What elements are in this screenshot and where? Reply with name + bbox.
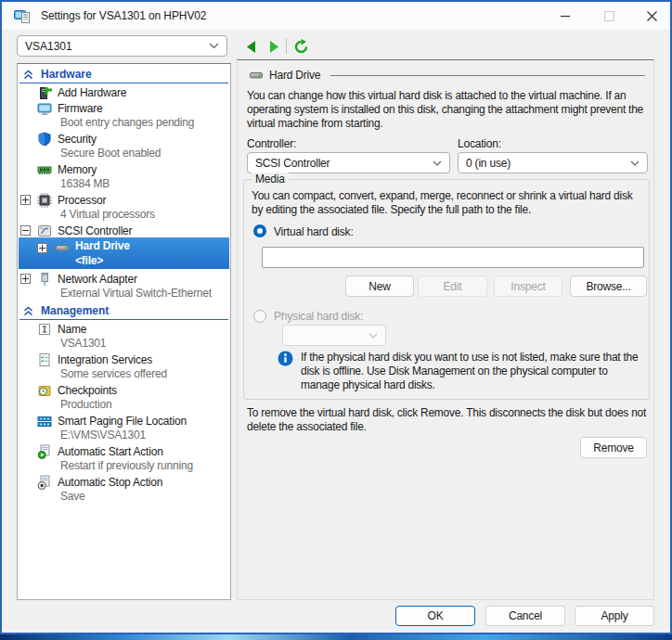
physical-disk-dropdown	[282, 325, 386, 346]
virtual-hard-disk-radio-label: Virtual hard disk:	[274, 225, 354, 238]
location-dropdown[interactable]: 0 (in use)	[458, 152, 648, 173]
ok-button[interactable]: OK	[395, 606, 475, 626]
collapse-section-icon	[23, 70, 33, 80]
edit-button: Edit	[418, 275, 487, 297]
panel-title: Hard Drive	[269, 69, 320, 82]
sidebar-item-checkpoints[interactable]: Checkpoints	[18, 383, 230, 399]
browse-button[interactable]: Browse...	[570, 275, 647, 297]
hard-drive-icon	[55, 240, 70, 255]
chevron-down-icon	[209, 43, 219, 49]
sidebar-item-name[interactable]: Name	[18, 322, 230, 338]
item-label: SCSI Controller	[58, 224, 132, 237]
collapse-section-icon	[23, 306, 33, 316]
info-icon	[278, 351, 293, 366]
sidebar-item-memory[interactable]: Memory	[18, 162, 230, 178]
navigate-forward-button[interactable]	[265, 38, 282, 55]
panel-intro-text: You can change how this virtual hard dis…	[247, 89, 652, 131]
remove-description-text: To remove the virtual hard disk, click R…	[247, 406, 650, 434]
item-label: Add Hardware	[58, 86, 126, 99]
add-hardware-icon	[37, 85, 52, 100]
scsi-controller-icon	[37, 224, 52, 238]
item-subtext: Restart if previously running	[60, 459, 230, 473]
minimize-icon	[561, 11, 571, 21]
item-subtext: Boot entry changes pending	[60, 116, 230, 130]
item-subtext: VSA1301	[60, 337, 230, 351]
cancel-button[interactable]: Cancel	[485, 606, 565, 626]
physical-hard-disk-radio	[253, 310, 266, 323]
navigate-back-button[interactable]	[242, 38, 259, 55]
vm-selector-dropdown[interactable]: VSA1301	[17, 35, 227, 57]
window-title: Settings for VSA1301 on HPHV02	[41, 9, 206, 22]
sidebar-item-add-hardware[interactable]: Add Hardware	[18, 85, 230, 101]
minimize-button[interactable]	[551, 6, 579, 26]
location-value: 0 (in use)	[466, 157, 630, 170]
smart-paging-icon	[37, 414, 52, 429]
expand-icon[interactable]	[37, 243, 47, 253]
sidebar-item-automatic-start-action[interactable]: Automatic Start Action	[18, 444, 230, 460]
toolbar-separator	[286, 38, 287, 54]
maximize-button-disabled	[595, 6, 623, 26]
section-divider	[19, 319, 228, 320]
item-label: Memory	[58, 163, 97, 176]
sidebar-item-automatic-stop-action[interactable]: Automatic Stop Action	[18, 475, 230, 491]
item-subtext: <file>	[75, 254, 103, 267]
name-icon	[37, 322, 52, 337]
item-subtext: Save	[60, 490, 230, 504]
remove-button[interactable]: Remove	[580, 437, 647, 458]
back-arrow-icon	[245, 40, 257, 54]
item-label: Firmware	[58, 102, 102, 115]
forward-arrow-icon	[268, 40, 280, 54]
sidebar-section-hardware[interactable]: Hardware	[18, 67, 230, 82]
integration-services-icon	[37, 352, 52, 367]
hard-drive-settings-panel: Hard Drive You can change how this virtu…	[237, 59, 654, 600]
new-button[interactable]: New	[345, 275, 414, 297]
close-icon	[647, 11, 657, 21]
item-subtext: Some services offered	[60, 367, 230, 381]
virtual-hard-disk-radio[interactable]	[253, 224, 266, 237]
sidebar-item-hard-drive-selected[interactable]: Hard Drive <file>	[19, 237, 229, 269]
settings-sidebar: Hardware Add Hardware	[17, 63, 231, 600]
auto-start-icon	[37, 444, 52, 459]
section-divider	[19, 83, 228, 83]
network-adapter-icon	[37, 272, 52, 287]
item-subtext: Secure Boot enabled	[60, 147, 230, 160]
title-bar: Settings for VSA1301 on HPHV02	[2, 2, 670, 30]
item-label: Automatic Stop Action	[58, 476, 162, 489]
settings-window: Settings for VSA1301 on HPHV02 VSA1301	[0, 0, 672, 634]
hard-drive-icon	[249, 68, 264, 83]
hyperv-settings-app-icon	[14, 8, 31, 24]
item-label: Security	[58, 133, 97, 146]
physical-hard-disk-radio-label: Physical hard disk:	[274, 310, 363, 323]
sidebar-item-processor[interactable]: Processor	[18, 193, 230, 209]
sidebar-item-smart-paging-file-location[interactable]: Smart Paging File Location	[18, 414, 230, 429]
refresh-icon	[293, 39, 309, 55]
memory-icon	[37, 162, 52, 177]
section-label: Hardware	[41, 68, 92, 81]
auto-stop-icon	[37, 475, 52, 490]
inspect-button: Inspect	[494, 275, 562, 297]
item-label: Network Adapter	[58, 273, 137, 286]
security-shield-icon	[37, 132, 52, 147]
refresh-button[interactable]	[292, 38, 309, 55]
item-subtext: 4 Virtual processors	[60, 208, 230, 222]
controller-value: SCSI Controller	[255, 157, 433, 170]
controller-label: Controller:	[247, 137, 296, 150]
apply-button[interactable]: Apply	[575, 606, 654, 626]
virtual-hard-disk-path-input[interactable]	[262, 247, 644, 268]
controller-dropdown[interactable]: SCSI Controller	[247, 152, 450, 173]
chevron-down-icon	[630, 160, 640, 166]
media-description: You can compact, convert, expand, merge,…	[252, 189, 645, 217]
sidebar-section-management[interactable]: Management	[18, 303, 230, 318]
sidebar-item-network-adapter[interactable]: Network Adapter	[18, 272, 230, 288]
item-label: Processor	[58, 194, 106, 207]
sidebar-item-firmware[interactable]: Firmware	[18, 101, 230, 117]
close-button[interactable]	[638, 6, 666, 26]
chevron-down-icon	[368, 333, 378, 339]
item-label: Integration Services	[58, 353, 152, 366]
item-label: Name	[58, 323, 86, 336]
physical-disk-info-text: If the physical hard disk you want to us…	[301, 351, 646, 392]
sidebar-item-integration-services[interactable]: Integration Services	[18, 352, 230, 368]
desktop: Settings for VSA1301 on HPHV02 VSA1301	[0, 0, 672, 640]
firmware-icon	[37, 101, 52, 116]
sidebar-item-security[interactable]: Security	[18, 132, 230, 147]
